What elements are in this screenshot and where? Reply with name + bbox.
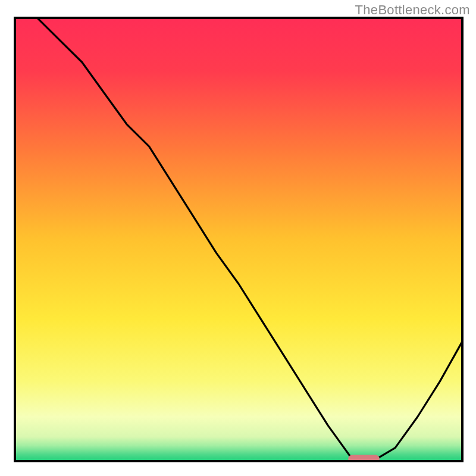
plot-area (15, 18, 462, 463)
gradient-background (15, 18, 462, 461)
attribution-text: TheBottleneck.com (355, 2, 470, 18)
chart-canvas: TheBottleneck.com (0, 0, 476, 476)
chart-svg (0, 0, 476, 476)
